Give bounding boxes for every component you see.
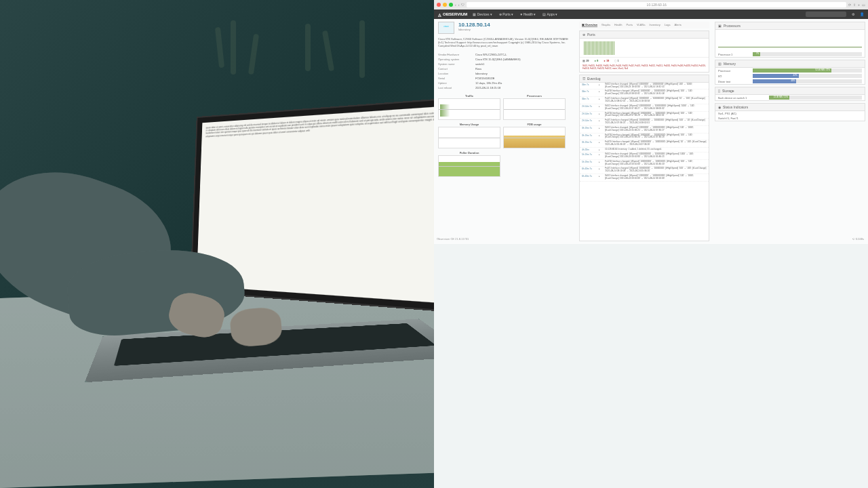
nav-apps[interactable]: ▤ Apps ▾	[542, 12, 557, 16]
eventlog-row[interactable]: 4h 20m▸10.128.80.64 Inventory: 1 added, …	[580, 148, 709, 152]
port-link-list[interactable]: Gi0/1, Fa0/15, Fa0/16, Fa0/6, Fa0/5, Fa0…	[580, 64, 709, 72]
ports-panel: ⊕Ports ▦ 29 ● 9 ● 19 ◌ 1 Gi0/1, Fa0/15, …	[579, 30, 709, 73]
browser-chrome: ‹ › 🛡 10.128.60.16 ⟳ ⇪ + ▭	[434, 0, 868, 9]
port-counts: ▦ 29 ● 9 ● 19 ◌ 1	[580, 58, 709, 64]
mid-column: ▣ OverviewGraphsHealthPortsVLANsInventor…	[576, 19, 712, 244]
status-row: Sw1, PS1 (AC)	[715, 111, 865, 116]
meta-row: Last reboot2021-08-11 18:25:18	[438, 85, 572, 90]
ports-icon: ⊕	[583, 33, 585, 37]
device-tabs: ▣ OverviewGraphsHealthPortsVLANsInventor…	[579, 22, 709, 28]
eventlog-row[interactable]: 6h 43m 7s▸Gi0/2 Interface changed: [ifSp…	[580, 174, 709, 182]
device-overview-pane: cisco 10.128.50.14 laboratory Cisco IOS …	[434, 19, 576, 244]
processors-panel: ▣Processors Processor 17%	[715, 22, 865, 58]
obs-logo[interactable]: ◬ OBSERVIUM	[438, 12, 467, 17]
mini-chart[interactable]: Traffic	[438, 94, 500, 120]
tab-overview[interactable]: ▣ Overview	[582, 23, 597, 27]
logo-icon: ◬	[438, 12, 441, 17]
device-ip[interactable]: 10.128.50.14	[458, 22, 490, 28]
mini-chart[interactable]: Poller Duration	[438, 151, 500, 177]
shield-icon: 🛡	[461, 3, 465, 7]
hero-photo: ipsum dolor sit amet, consectetur adipis…	[0, 0, 434, 488]
eventlog-row[interactable]: 5h 19m 7s▸Fa0/18 Interface changed: [ifS…	[580, 160, 709, 167]
url-bar[interactable]: 10.128.60.16	[467, 2, 846, 7]
eventlog-row[interactable]: 34m 7s▸Fa0/18 Interface changed: [ifSpee…	[580, 89, 709, 97]
eventlog-row[interactable]: 2h 54m 7s▸Fa0/1 Interface changed: [ifSp…	[580, 119, 709, 126]
user-icon[interactable]: 👤	[860, 12, 864, 16]
storage-panel: ⌸Storage flash device on switch 122.38 M…	[715, 87, 865, 101]
tab-alerts[interactable]: Alerts	[675, 23, 682, 27]
mini-chart[interactable]: Memory Usage	[438, 123, 500, 148]
eventlog-row[interactable]: 34m 7s▸Fa0/1 Interface changed: [ifSpeed…	[580, 97, 709, 104]
meta-row: Uptime12 days, 18h 29m 45s	[438, 81, 572, 85]
browser-back-icon[interactable]: ‹	[455, 3, 456, 7]
memory-icon: ▥	[718, 62, 722, 66]
tab-inventory[interactable]: Inventory	[649, 23, 660, 27]
status-title: Status Indicators	[723, 105, 748, 109]
obs-nav: ▦ Devices ▾ ⊕ Ports ▾ ♥ Health ▾ ▤ Apps …	[473, 12, 557, 16]
tab-graphs[interactable]: Graphs	[601, 23, 610, 27]
refresh-icon[interactable]: ⟳	[848, 3, 851, 7]
device-description: Cisco IOS Software, C2960 Software (C296…	[438, 37, 572, 48]
tabs-icon[interactable]: ▭	[862, 3, 865, 7]
memory-title: Memory	[724, 62, 736, 66]
obs-topbar: ◬ OBSERVIUM ▦ Devices ▾ ⊕ Ports ▾ ♥ Heal…	[434, 9, 868, 19]
eventlog-row[interactable]: 3h 19m 7s▸Fa0/19 Interface changed: [ifS…	[580, 140, 709, 148]
processor-row: Processor 17%	[715, 52, 865, 57]
search-input[interactable]	[806, 12, 846, 17]
nav-health[interactable]: ♥ Health ▾	[520, 12, 536, 16]
processors-chart	[715, 30, 865, 52]
nav-ports[interactable]: ⊕ Ports ▾	[499, 12, 513, 16]
tab-logs[interactable]: Logs	[665, 23, 671, 27]
meta-row: Operating systemCisco IOS 15.0(2)SE4 (LA…	[438, 57, 572, 62]
eventlog-row[interactable]: 3h 19m 7s▸Fa0/18 Interface changed: [ifS…	[580, 134, 709, 141]
memory-row: I/O42%	[715, 73, 865, 79]
window-close-icon[interactable]	[437, 3, 441, 7]
eventlog-row[interactable]: 6h 43m 7s▸Fa0/1 Interface changed: [ifSp…	[580, 167, 709, 174]
tab-ports[interactable]: Ports	[627, 23, 633, 27]
vendor-logo: cisco	[438, 22, 454, 34]
storage-icon: ⌸	[718, 89, 720, 93]
eventlog-title: Eventlog	[587, 77, 600, 81]
eventlog-row[interactable]: 5h 19m 7s▸Gi0/2 Interface changed: [ifSp…	[580, 152, 709, 160]
tab-health[interactable]: Health	[614, 23, 623, 27]
meta-row: System nameswitch1	[438, 62, 572, 66]
mini-chart[interactable]: Processors	[503, 94, 566, 120]
meta-row: Locationlaboratory	[438, 71, 572, 76]
status-panel: ◉Status Indicators Sw1, PS1 (AC)Switch#1…	[715, 103, 865, 121]
meta-row: ContactRoss	[438, 66, 572, 71]
meta-row: Vendor/HardwareCisco WS-C2960+24TC-L	[438, 52, 572, 57]
storage-title: Storage	[722, 89, 734, 93]
ports-title: Ports	[587, 33, 595, 37]
add-tab-icon[interactable]: +	[858, 3, 860, 7]
brand-text: OBSERVIUM	[443, 12, 467, 16]
right-column: ▣Processors Processor 17% ▥Memory Proces…	[712, 19, 868, 244]
eventlog-row[interactable]: 2h 54m 7s▸Fa0/18 Interface changed: [ifS…	[580, 112, 709, 119]
window-min-icon[interactable]	[443, 3, 447, 7]
device-meta-table: Vendor/HardwareCisco WS-C2960+24TC-LOper…	[438, 52, 572, 90]
obs-footer-version: Observium CE 21.8.11731	[437, 237, 469, 241]
tab-vlans[interactable]: VLANs	[637, 23, 645, 27]
meta-row: SerialFCW1941B1DE	[438, 76, 572, 81]
browser-fwd-icon[interactable]: ›	[458, 3, 460, 7]
cpu-icon: ▣	[718, 24, 722, 28]
observium-app: ◬ OBSERVIUM ▦ Devices ▾ ⊕ Ports ▾ ♥ Heal…	[434, 9, 868, 244]
window-max-icon[interactable]	[449, 3, 453, 7]
memory-panel: ▥Memory Processor52.46 MB / 72%I/O42%Dri…	[715, 60, 865, 85]
status-icon: ◉	[718, 105, 721, 109]
status-row: Switch#1, Fan#1	[715, 116, 865, 121]
eventlog-row[interactable]: 3h 19m 7s▸Gi0/2 Interface changed: [ifSp…	[580, 126, 709, 134]
memory-row: Processor52.46 MB / 72%	[715, 68, 865, 73]
eventlog-row[interactable]: 34m 7s▸Gi0/2 Interface changed: [ifSpeed…	[580, 83, 709, 90]
ports-chart	[580, 39, 709, 58]
nav-devices[interactable]: ▦ Devices ▾	[473, 12, 492, 16]
memory-row: Driver text40%	[715, 79, 865, 84]
gear-icon[interactable]: ⚙	[852, 12, 854, 16]
device-location-sub: laboratory	[458, 28, 490, 31]
eventlog-panel: ☲Eventlog 34m 7s▸Gi0/2 Interface changed…	[579, 75, 709, 241]
obs-footer-timing: ⏱ 0.048s	[852, 237, 864, 241]
mini-chart[interactable]: FDB usage	[503, 123, 566, 148]
share-icon[interactable]: ⇪	[853, 3, 856, 7]
eventlog-row[interactable]: 2h 54m 7s▸Gi0/2 Interface changed: [ifSp…	[580, 104, 709, 112]
storage-row: flash device on switch 122.38 MB / 15%	[715, 95, 865, 100]
log-icon: ☲	[583, 77, 585, 81]
